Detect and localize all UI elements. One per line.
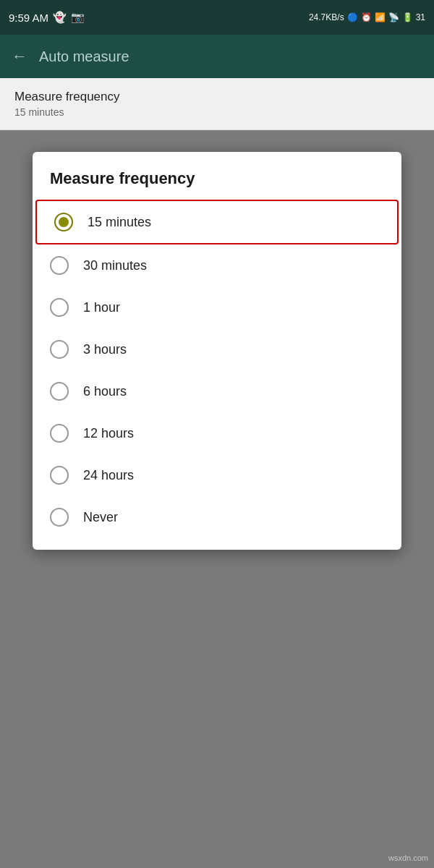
radio-label-15min: 15 minutes — [88, 215, 151, 230]
radio-label-1hour: 1 hour — [83, 300, 120, 315]
wifi-icon: 📡 — [388, 12, 399, 22]
settings-measure-frequency[interactable]: Measure frequency 15 minutes — [0, 78, 434, 130]
time: 9:59 AM — [9, 12, 48, 24]
battery-icon: 🔋 — [402, 12, 413, 22]
radio-option-3hours[interactable]: 3 hours — [33, 328, 401, 370]
dialog-title: Measure frequency — [33, 169, 401, 200]
battery-level: 31 — [416, 12, 425, 22]
camera-icon: 📷 — [71, 11, 85, 24]
status-right: 24.7KB/s 🔵 ⏰ 📶 📡 🔋 31 — [309, 12, 425, 22]
radio-label-24hours: 24 hours — [83, 468, 134, 483]
radio-label-never: Never — [83, 510, 118, 525]
snapchat-icon: 👻 — [53, 11, 67, 24]
radio-circle-30min — [50, 256, 69, 275]
radio-label-3hours: 3 hours — [83, 342, 127, 357]
radio-option-30min[interactable]: 30 minutes — [33, 244, 401, 286]
radio-circle-24hours — [50, 466, 69, 485]
status-left: 9:59 AM 👻 📷 — [9, 11, 85, 24]
settings-item-title: Measure frequency — [14, 90, 420, 104]
radio-label-12hours: 12 hours — [83, 426, 134, 441]
signal-icon: 📶 — [375, 12, 386, 22]
radio-label-30min: 30 minutes — [83, 258, 147, 273]
status-bar: 9:59 AM 👻 📷 24.7KB/s 🔵 ⏰ 📶 📡 🔋 31 — [0, 0, 434, 35]
settings-item-subtitle: 15 minutes — [14, 106, 420, 118]
radio-circle-6hours — [50, 382, 69, 401]
radio-circle-never — [50, 508, 69, 527]
radio-option-6hours[interactable]: 6 hours — [33, 370, 401, 412]
radio-option-24hours[interactable]: 24 hours — [33, 454, 401, 496]
radio-circle-15min — [54, 213, 73, 231]
radio-circle-1hour — [50, 298, 69, 317]
measure-frequency-dialog: Measure frequency 15 minutes 30 minutes … — [33, 152, 401, 550]
radio-label-6hours: 6 hours — [83, 384, 127, 399]
app-bar: ← Auto measure — [0, 35, 434, 78]
radio-option-12hours[interactable]: 12 hours — [33, 412, 401, 454]
back-button[interactable]: ← — [12, 47, 27, 66]
radio-option-1hour[interactable]: 1 hour — [33, 286, 401, 328]
clock-icon: ⏰ — [361, 12, 372, 22]
radio-circle-12hours — [50, 424, 69, 443]
bluetooth-icon: 🔵 — [347, 12, 358, 22]
radio-option-15min[interactable]: 15 minutes — [35, 200, 399, 244]
app-bar-title: Auto measure — [39, 48, 129, 65]
radio-option-never[interactable]: Never — [33, 496, 401, 538]
network-speed: 24.7KB/s — [309, 12, 344, 22]
background-overlay: Measure frequency 15 minutes 30 minutes … — [0, 130, 434, 868]
radio-circle-3hours — [50, 340, 69, 359]
watermark: wsxdn.com — [388, 854, 428, 862]
